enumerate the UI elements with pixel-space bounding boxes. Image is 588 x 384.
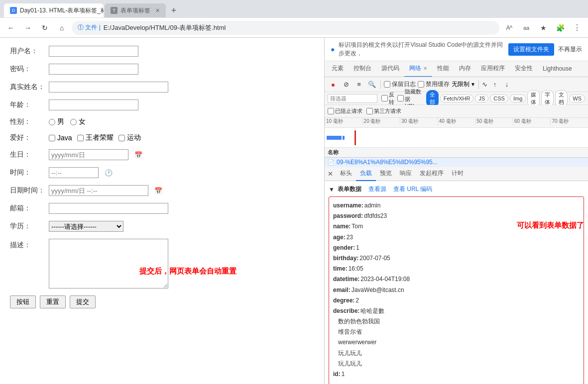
tab-2-close[interactable]: ✕	[155, 7, 160, 14]
disable-cache-checkbox[interactable]	[418, 81, 424, 88]
reset-button[interactable]: 重置	[40, 295, 66, 308]
payload-key: password:	[333, 211, 363, 221]
tab-sources[interactable]: 源代码	[376, 61, 404, 77]
blocked-checkbox[interactable]	[328, 108, 334, 114]
third-party-check[interactable]: 第三方请求	[366, 107, 401, 115]
preserve-log-checkbox[interactable]	[384, 81, 390, 88]
blocked-check[interactable]: 已阻止请求	[328, 107, 362, 115]
search-button[interactable]: 🔍	[366, 79, 377, 90]
hobby-sport[interactable]: 运动	[118, 133, 141, 142]
email-input[interactable]	[49, 203, 168, 214]
password-label: 密码：	[10, 65, 45, 74]
filter-tag-media[interactable]: 媒体	[527, 90, 540, 107]
record-button[interactable]: ●	[328, 79, 339, 90]
detail-tab-timing[interactable]: 计时	[448, 167, 468, 181]
description-input[interactable]	[49, 239, 168, 288]
filter-tag-css[interactable]: CSS	[490, 95, 508, 102]
gender-male-radio[interactable]	[49, 119, 55, 125]
filter-tag-js[interactable]: JS	[475, 95, 488, 102]
extensions-icon[interactable]: 🧩	[553, 21, 567, 35]
reader-icon[interactable]: aa	[519, 21, 533, 35]
disable-cache-check[interactable]: 禁用缓存	[418, 80, 450, 89]
new-tab-button[interactable]: +	[167, 3, 181, 17]
tab-security[interactable]: 安全性	[510, 61, 538, 77]
clear-button[interactable]: ⊘	[341, 79, 352, 90]
back-button[interactable]: ←	[4, 21, 18, 35]
invert-check[interactable]: 反转	[381, 91, 394, 106]
filter-tag-font[interactable]: 字体	[541, 90, 554, 107]
degree-select[interactable]: ------请选择------ 小学 中学 高中 大学 研究生	[49, 221, 123, 232]
submit-button[interactable]: 提交	[70, 295, 96, 308]
time-input[interactable]	[49, 167, 99, 178]
hobby-game[interactable]: 王者荣耀	[77, 133, 114, 142]
gender-male[interactable]: 男	[49, 117, 64, 126]
import-button[interactable]: ↑	[489, 79, 500, 90]
view-source-link[interactable]: 查看源	[368, 185, 386, 193]
payload-key: time:	[333, 264, 348, 274]
detail-close-icon[interactable]: ✕	[328, 170, 333, 178]
tab-1[interactable]: D Day01-13. HTML-表单项标签_标... ✕	[4, 3, 104, 17]
third-party-checkbox[interactable]	[366, 108, 373, 114]
favorites-icon[interactable]: ★	[536, 21, 550, 35]
hobby-java-check[interactable]	[49, 135, 55, 141]
payload-key: degree:	[333, 296, 354, 305]
home-button[interactable]: ⌂	[55, 21, 69, 35]
datetime-input[interactable]	[49, 185, 148, 196]
birthday-input[interactable]	[49, 149, 128, 160]
filter-tags: 全部 Fetch/XHR JS CSS Img 媒体 字体 文档 WS	[426, 90, 585, 107]
payload-row: datetime: 2023-04-04T19:08	[333, 275, 580, 284]
refresh-button[interactable]: ↻	[38, 21, 52, 35]
view-url-encoded-link[interactable]: 查看 URL 编码	[393, 185, 432, 193]
tab-2[interactable]: T 表单项标签 ✕	[105, 3, 166, 17]
text-size-icon[interactable]: Aᴬ	[502, 21, 516, 35]
throttle-dropdown-icon[interactable]: ▼	[470, 82, 475, 87]
invert-checkbox[interactable]	[381, 95, 388, 101]
detail-tab-preview[interactable]: 预览	[376, 167, 396, 181]
filter-icon-btn[interactable]: ≡	[353, 79, 364, 90]
settings-icon[interactable]: ⋮	[570, 21, 584, 35]
tab-performance[interactable]: 性能	[432, 61, 454, 77]
export-button[interactable]: ↓	[501, 79, 512, 90]
detail-tab-response[interactable]: 响应	[396, 167, 416, 181]
tab-application[interactable]: 应用程序	[476, 61, 510, 77]
realname-input[interactable]	[49, 82, 168, 93]
request-item[interactable]: 📄 09-%E8%A1%A8%E5%8D%95%95...	[325, 158, 588, 167]
filter-input[interactable]	[328, 94, 377, 103]
hint-text: 提交后，网页表单会自动重置	[139, 267, 236, 276]
username-input[interactable]	[49, 46, 138, 57]
tick-40: 40 毫秒	[438, 118, 475, 125]
tab-memory[interactable]: 内存	[454, 61, 476, 77]
detail-tab-headers[interactable]: 标头	[336, 167, 356, 181]
filter-tag-img[interactable]: Img	[510, 95, 526, 102]
gender-female[interactable]: 女	[70, 117, 86, 126]
preserve-log-check[interactable]: 保留日志	[384, 80, 416, 89]
birthday-row: 生日： 📅	[10, 149, 314, 160]
tab-network-close-icon[interactable]: ✕	[423, 66, 427, 71]
url-bar[interactable]: ① 文件 | E:/JavaDevelop/HTML/09-表单项标签.html	[72, 21, 499, 35]
dismiss-button[interactable]: 不再显示	[558, 45, 582, 54]
password-input[interactable]	[49, 64, 138, 75]
filter-tag-fetch[interactable]: Fetch/XHR	[440, 95, 474, 102]
set-root-button[interactable]: 设置根文件夹	[508, 43, 554, 56]
tab-network[interactable]: 网络 ✕	[404, 61, 432, 77]
age-input[interactable]	[49, 99, 138, 110]
generic-button[interactable]: 按钮	[10, 295, 36, 308]
tab-lighthouse[interactable]: Lighthouse	[538, 61, 577, 77]
hobby-game-check[interactable]	[77, 135, 84, 141]
gender-row: 性别： 男 女	[10, 117, 314, 126]
filter-tag-ws[interactable]: WS	[569, 95, 585, 102]
detail-tab-payload[interactable]: 负载	[356, 167, 376, 181]
hint-right-text: 可以看到表单数据了	[517, 221, 584, 230]
tab-console[interactable]: 控制台	[349, 61, 376, 77]
payload-value: 16:05	[349, 264, 363, 274]
detail-tab-initiator[interactable]: 发起程序	[416, 167, 448, 181]
tab-console-label: 控制台	[353, 64, 371, 73]
tab-elements[interactable]: 元素	[327, 61, 349, 77]
filter-tag-doc[interactable]: 文档	[555, 90, 568, 107]
filter-tag-all[interactable]: 全部	[426, 90, 439, 107]
forward-button[interactable]: →	[21, 21, 35, 35]
hobby-sport-check[interactable]	[118, 135, 125, 141]
hide-data-checkbox[interactable]	[397, 95, 404, 101]
hobby-java[interactable]: Java	[49, 134, 72, 142]
gender-female-radio[interactable]	[70, 119, 77, 125]
